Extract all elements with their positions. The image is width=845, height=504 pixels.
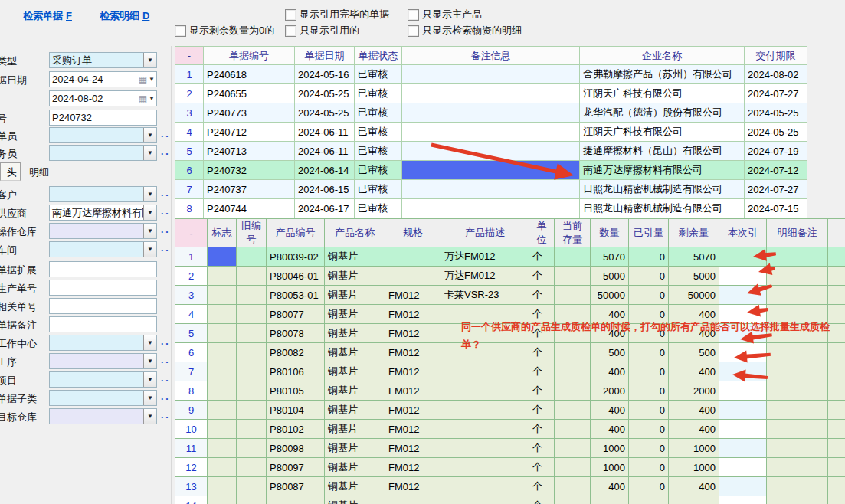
- column-header-当前存量[interactable]: 当前存量: [555, 219, 591, 247]
- cell[interactable]: 2024-07-19: [745, 142, 807, 161]
- tab-detail[interactable]: 明细: [29, 162, 49, 179]
- cell[interactable]: 个: [529, 247, 555, 267]
- table-row[interactable]: 6P2407322024-06-14已审核南通万达摩擦材料有限公司2024-07…: [175, 161, 807, 180]
- cell[interactable]: 个: [529, 496, 555, 504]
- cell[interactable]: [555, 343, 591, 362]
- row-number-cell[interactable]: 6: [175, 161, 204, 180]
- cell[interactable]: [441, 343, 529, 362]
- row-number-cell[interactable]: 2: [175, 267, 208, 286]
- cell[interactable]: [237, 420, 267, 439]
- cell[interactable]: [555, 496, 591, 504]
- table-row[interactable]: 7P2407372024-06-15已审核日照龙山精密机械制造有限公司2024-…: [175, 180, 807, 199]
- cell[interactable]: [208, 286, 237, 305]
- cell[interactable]: 2024-07-27: [745, 84, 807, 103]
- cell[interactable]: 已审核: [355, 84, 402, 103]
- cell[interactable]: 400: [669, 324, 719, 343]
- cell[interactable]: 日照龙山精密机械制造有限公司: [580, 180, 745, 199]
- cell[interactable]: P240732: [204, 161, 295, 180]
- cell[interactable]: [767, 305, 828, 324]
- cell[interactable]: 0: [629, 458, 669, 477]
- cell[interactable]: 2024-05-25: [295, 103, 355, 123]
- cell[interactable]: [719, 305, 767, 324]
- cell[interactable]: FM012: [385, 362, 441, 381]
- cell[interactable]: 卡莱VSR-23: [441, 286, 529, 305]
- cell[interactable]: P80039-02: [267, 247, 325, 267]
- cell[interactable]: [208, 362, 237, 381]
- cell[interactable]: [719, 247, 767, 267]
- cell[interactable]: 万达FM012: [441, 247, 529, 267]
- cell[interactable]: 已审核: [355, 65, 402, 84]
- cell[interactable]: [555, 362, 591, 381]
- checkbox-show-fully-referenced[interactable]: [285, 9, 296, 21]
- column-header-rownum[interactable]: -: [175, 47, 204, 65]
- cell[interactable]: 0: [629, 420, 669, 439]
- browse-button-target-warehouse[interactable]: ..: [161, 410, 171, 421]
- field-operation-warehouse[interactable]: ▼: [49, 223, 157, 239]
- cell[interactable]: 个: [529, 286, 555, 305]
- cell[interactable]: [828, 477, 845, 496]
- cell[interactable]: P80082: [267, 343, 325, 362]
- cell[interactable]: FM012: [385, 401, 441, 420]
- cell[interactable]: [402, 199, 580, 218]
- cell[interactable]: 0: [629, 439, 669, 458]
- cell[interactable]: [719, 477, 767, 496]
- cell[interactable]: [402, 65, 580, 84]
- cell[interactable]: 1000: [591, 439, 629, 458]
- field-doc-date-from[interactable]: 2024-04-24▦▼: [49, 71, 157, 87]
- cell[interactable]: 已审核: [355, 180, 402, 199]
- cell[interactable]: 2024-06-11: [295, 142, 355, 161]
- cell[interactable]: 5070: [591, 247, 629, 267]
- cell[interactable]: 个: [529, 305, 555, 324]
- field-target-warehouse[interactable]: ▼: [49, 408, 157, 424]
- cell[interactable]: [555, 305, 591, 324]
- cell[interactable]: [208, 247, 237, 267]
- field-doc-subtype[interactable]: ▼: [49, 390, 157, 406]
- cell[interactable]: 铜基片: [325, 247, 385, 267]
- search-orders-link[interactable]: 检索单据F: [23, 9, 72, 23]
- browse-button-operation-warehouse[interactable]: ..: [161, 224, 171, 235]
- checkbox-show-main-products-only[interactable]: [408, 9, 419, 21]
- table-row[interactable]: 2P80046-01铜基片万达FM012个500005000: [175, 267, 845, 286]
- row-number-cell[interactable]: 3: [175, 103, 204, 123]
- table-row[interactable]: 13P80087铜基片FM012个4000400: [175, 477, 845, 496]
- cell[interactable]: [208, 420, 237, 439]
- cell[interactable]: 2024-06-14: [295, 161, 355, 180]
- cell[interactable]: [441, 362, 529, 381]
- cell[interactable]: [402, 103, 580, 123]
- cell[interactable]: [719, 439, 767, 458]
- cell[interactable]: P240713: [204, 142, 295, 161]
- panel-splitter[interactable]: [171, 46, 172, 504]
- column-header-rownum[interactable]: -: [175, 219, 208, 247]
- cell[interactable]: 江阴天广科技有限公司: [580, 84, 745, 103]
- cell[interactable]: FM012: [385, 305, 441, 324]
- cell[interactable]: 500: [591, 343, 629, 362]
- table-row[interactable]: 4P80077铜基片FM012个4000400: [175, 305, 845, 324]
- table-row[interactable]: 5P2407132024-06-11已审核捷通摩擦材料（昆山）有限公司2024-…: [175, 142, 807, 161]
- table-row[interactable]: 1P2406182024-05-16已审核舍弗勒摩擦产品（苏州）有限公司2024…: [175, 65, 807, 84]
- row-number-cell[interactable]: 11: [175, 439, 208, 458]
- cell[interactable]: [828, 305, 845, 324]
- cell[interactable]: [237, 477, 267, 496]
- cell[interactable]: [828, 324, 845, 343]
- cell[interactable]: FM012: [385, 324, 441, 343]
- cell[interactable]: [767, 343, 828, 362]
- browse-button-project[interactable]: ..: [161, 373, 171, 384]
- field-process[interactable]: ▼: [49, 353, 157, 369]
- cell[interactable]: 2024-05-25: [295, 84, 355, 103]
- cell[interactable]: FM012: [385, 420, 441, 439]
- cell[interactable]: [767, 458, 828, 477]
- cell[interactable]: P240655: [204, 84, 295, 103]
- cell[interactable]: 50000: [669, 286, 719, 305]
- cell[interactable]: [208, 324, 237, 343]
- row-number-cell[interactable]: 8: [175, 381, 208, 401]
- field-doc-number[interactable]: P240732: [49, 110, 157, 126]
- browse-button-work-center[interactable]: ..: [161, 336, 171, 347]
- cell[interactable]: [208, 305, 237, 324]
- cell[interactable]: [402, 142, 580, 161]
- field-salesperson[interactable]: ▼: [49, 145, 157, 161]
- cell[interactable]: 已审核: [355, 142, 402, 161]
- cell[interactable]: FM012: [385, 439, 441, 458]
- cell[interactable]: [828, 362, 845, 381]
- cell[interactable]: [767, 420, 828, 439]
- column-header-单据状态[interactable]: 单据状态: [355, 47, 402, 65]
